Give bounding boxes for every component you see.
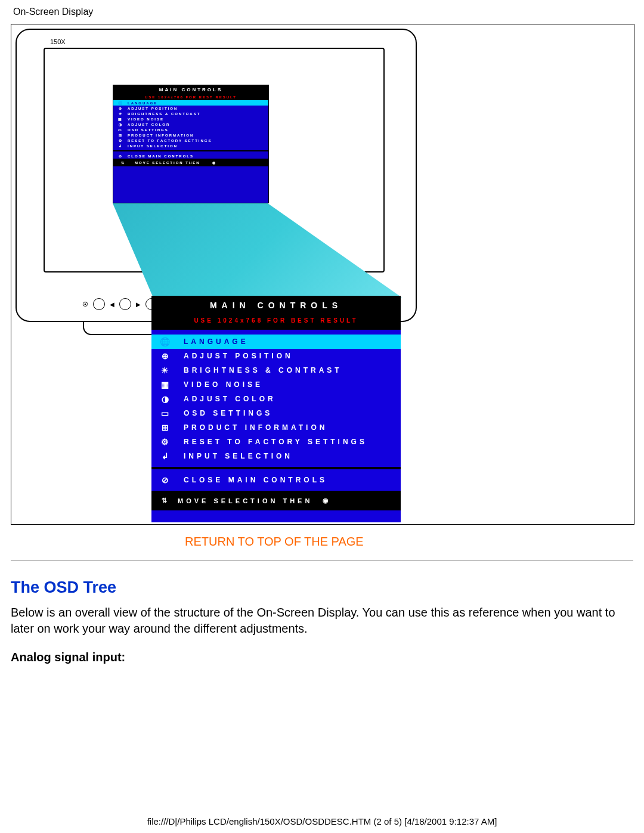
menu-item-icon: ◑	[117, 122, 124, 126]
menu-item-label: VIDEO NOISE	[184, 380, 263, 389]
osd-large-item[interactable]: ↲INPUT SELECTION	[151, 449, 401, 463]
osd-large-title: MAIN CONTROLS	[151, 296, 401, 315]
analog-signal-heading: Analog signal input:	[11, 651, 125, 664]
right-arrow-icon: ▶	[136, 301, 141, 308]
osd-large-item[interactable]: ☀BRIGHTNESS & CONTRAST	[151, 363, 401, 377]
osd-large-item[interactable]: 🌐LANGUAGE	[151, 335, 401, 349]
body-paragraph: Below is an overall view of the structur…	[11, 605, 633, 637]
osd-small-item: ◑ADJUST COLOR	[113, 122, 268, 127]
close-label: CLOSE MAIN CONTROLS	[128, 154, 194, 158]
auto-button[interactable]	[93, 298, 105, 310]
osd-small-item: 🌐LANGUAGE	[113, 100, 268, 106]
menu-item-label: OSD SETTINGS	[128, 128, 169, 132]
confirm-icon: ◉	[209, 160, 221, 165]
menu-item-icon: ☀	[160, 366, 173, 375]
menu-item-icon: ↲	[160, 451, 173, 461]
close-label: CLOSE MAIN CONTROLS	[184, 476, 327, 484]
menu-item-label: ADJUST POSITION	[184, 352, 293, 360]
auto-icon: ⦿	[82, 301, 88, 308]
menu-item-icon: ⊞	[117, 133, 124, 137]
osd-small-item: ☀BRIGHTNESS & CONTRAST	[113, 111, 268, 116]
page-header: On-Screen Display	[13, 7, 93, 17]
menu-item-label: INPUT SELECTION	[128, 144, 178, 148]
osd-large-item[interactable]: ▭OSD SETTINGS	[151, 406, 401, 420]
left-arrow-icon: ◀	[110, 301, 114, 308]
menu-item-label: ADJUST POSITION	[128, 107, 178, 110]
menu-item-label: RESET TO FACTORY SETTINGS	[184, 438, 367, 446]
menu-item-icon: 🌐	[160, 337, 173, 346]
menu-item-label: PRODUCT INFORMATION	[128, 134, 194, 137]
osd-large-item[interactable]: ⊕ADJUST POSITION	[151, 349, 401, 363]
osd-large-item[interactable]: ⊞PRODUCT INFORMATION	[151, 420, 401, 435]
osd-small-subtitle: USE 1024x768 FOR BEST RESULT	[113, 94, 268, 100]
osd-small-item: ⊞PRODUCT INFORMATION	[113, 132, 268, 138]
menu-item-icon: ▭	[160, 408, 173, 418]
menu-item-icon: ▦	[160, 380, 173, 389]
menu-item-label: INPUT SELECTION	[184, 452, 293, 460]
menu-item-icon: ◑	[160, 394, 173, 404]
menu-item-label: LANGUAGE	[184, 337, 249, 346]
return-to-top-link[interactable]: RETURN TO TOP OF THE PAGE	[185, 535, 364, 549]
menu-item-icon: ⊞	[160, 423, 173, 432]
osd-small-item: ⊕ADJUST POSITION	[113, 106, 268, 111]
osd-large-footer: ⇅ MOVE SELECTION THEN ◉	[151, 491, 401, 510]
osd-large-subtitle: USE 1024x768 FOR BEST RESULT	[151, 315, 401, 330]
osd-small-item: ▦VIDEO NOISE	[113, 116, 268, 122]
divider	[11, 561, 633, 561]
osd-large-item[interactable]: ⚙RESET TO FACTORY SETTINGS	[151, 435, 401, 449]
osd-large-close[interactable]: ⊘ CLOSE MAIN CONTROLS	[151, 473, 401, 487]
osd-menu-small: MAIN CONTROLS USE 1024x768 FOR BEST RESU…	[113, 85, 269, 203]
move-selection-icon: ⇅	[160, 497, 172, 504]
close-icon: ⊘	[117, 154, 124, 158]
osd-menu-large: MAIN CONTROLS USE 1024x768 FOR BEST RESU…	[151, 296, 401, 522]
menu-item-icon: ⚙	[160, 437, 173, 447]
osd-small-close: ⊘ CLOSE MAIN CONTROLS	[113, 153, 268, 159]
menu-item-icon: 🌐	[117, 101, 124, 105]
menu-item-label: BRIGHTNESS & CONTRAST	[128, 112, 200, 116]
menu-item-label: ADJUST COLOR	[184, 395, 276, 403]
menu-item-icon: ⚙	[117, 138, 124, 143]
move-selection-label: MOVE SELECTION THEN	[178, 497, 312, 504]
menu-item-label: BRIGHTNESS & CONTRAST	[184, 366, 342, 374]
osd-large-item[interactable]: ▦VIDEO NOISE	[151, 377, 401, 392]
close-icon: ⊘	[160, 475, 173, 485]
figure-box: 150X ⦿ ◀ ▶ ▼ ▲ MAIN CONTROLS USE 1024x76…	[11, 24, 634, 525]
menu-item-icon: ▭	[117, 128, 124, 132]
move-selection-label: MOVE SELECTION THEN	[135, 161, 200, 165]
menu-item-label: RESET TO FACTORY SETTINGS	[128, 139, 212, 143]
menu-item-icon: ↲	[117, 144, 124, 148]
left-button[interactable]	[119, 298, 131, 310]
osd-small-footer: ⇅ MOVE SELECTION THEN ◉	[113, 159, 268, 166]
menu-item-icon: ☀	[117, 112, 124, 116]
menu-item-label: OSD SETTINGS	[184, 409, 273, 417]
osd-small-item: ⚙RESET TO FACTORY SETTINGS	[113, 138, 268, 143]
menu-item-label: LANGUAGE	[128, 101, 157, 105]
menu-item-label: VIDEO NOISE	[128, 117, 164, 121]
osd-small-item: ↲INPUT SELECTION	[113, 143, 268, 148]
page-footer-path: file:///D|/Philips LCD/english/150X/OSD/…	[0, 816, 644, 826]
menu-item-icon: ⊕	[117, 106, 124, 110]
menu-item-label: PRODUCT INFORMATION	[184, 423, 327, 432]
section-heading-osd-tree: The OSD Tree	[11, 578, 116, 597]
osd-small-title: MAIN CONTROLS	[113, 85, 268, 94]
menu-item-icon: ⊕	[160, 351, 173, 361]
menu-item-icon: ▦	[117, 117, 124, 121]
confirm-icon: ◉	[321, 497, 333, 504]
move-selection-icon: ⇅	[117, 160, 129, 165]
osd-large-item[interactable]: ◑ADJUST COLOR	[151, 392, 401, 406]
monitor-model-badge: 150X	[50, 38, 66, 45]
menu-item-label: ADJUST COLOR	[128, 123, 170, 126]
osd-small-item: ▭OSD SETTINGS	[113, 127, 268, 132]
